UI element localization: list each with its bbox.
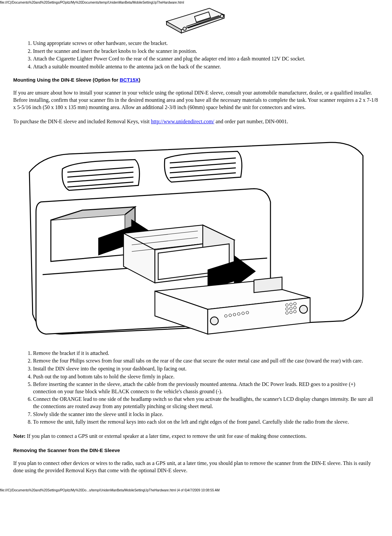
svg-point-27 — [300, 305, 307, 313]
list-item: Remove the four Philips screws from four… — [33, 357, 379, 365]
svg-point-32 — [286, 308, 288, 310]
svg-point-37 — [294, 310, 296, 313]
bct15x-link[interactable]: BCT15X — [120, 77, 139, 83]
svg-point-5 — [183, 27, 186, 30]
din-e-install-figure — [13, 133, 379, 346]
document-content: Using appropriate screws or other hardwa… — [0, 5, 392, 488]
note-label: Note: — [13, 433, 25, 439]
svg-point-29 — [286, 304, 288, 306]
paragraph-text-pre: To purchase the DIN-E sleeve and include… — [13, 119, 151, 124]
svg-point-38 — [225, 315, 227, 317]
list-item: Using appropriate screws or other hardwa… — [33, 39, 379, 47]
svg-point-40 — [233, 313, 236, 316]
paragraph-text-post: and order part number, DIN-0001. — [214, 119, 288, 124]
svg-point-31 — [294, 302, 296, 305]
list-item: Push out the top and bottom tabs to hold… — [33, 373, 379, 381]
removing-scanner-heading: Removing the Scanner from the DIN-E Slee… — [13, 447, 379, 453]
list-item: Remove the bracket if it is attached. — [33, 349, 379, 357]
removing-scanner-paragraph: If you plan to connect other devices or … — [13, 460, 379, 474]
svg-point-39 — [229, 314, 232, 317]
list-item: Insert the scanner and insert the bracke… — [33, 47, 379, 55]
bracket-mounting-steps: Using appropriate screws or other hardwa… — [13, 39, 379, 70]
list-item: Install the DIN sleeve into the opening … — [33, 365, 379, 373]
list-item: Attach the Cigarette Lighter Power Cord … — [33, 55, 379, 63]
footer-file-path: file:///C|/Documents%20and%20Settings/PO… — [0, 488, 392, 493]
svg-point-26 — [210, 317, 218, 325]
svg-point-42 — [242, 312, 244, 315]
list-item: To remove the unit, fully insert the rem… — [33, 418, 379, 426]
din-e-intro-paragraph: If you are unsure about how to install y… — [13, 89, 379, 111]
svg-point-35 — [286, 312, 288, 314]
din-e-purchase-paragraph: To purchase the DIN-E sleeve and include… — [13, 118, 379, 125]
svg-point-33 — [290, 307, 292, 310]
heading-text-pre: Mounting Using the DIN-E Sleeve (Option … — [13, 77, 120, 83]
list-item: Slowly slide the scanner into the sleeve… — [33, 410, 379, 418]
svg-point-34 — [294, 306, 296, 309]
header-file-path: file:///C|/Documents%20and%20Settings/PO… — [0, 0, 392, 5]
unidendirect-link[interactable]: http://www.unidendirect.com/ — [151, 119, 214, 124]
din-e-install-steps: Remove the bracket if it is attached. Re… — [13, 349, 379, 426]
note-text: If you plan to connect a GPS unit or ext… — [25, 433, 306, 439]
svg-rect-28 — [254, 277, 282, 292]
svg-point-36 — [290, 311, 292, 314]
list-item: Attach a suitable mounted mobile antenna… — [33, 63, 379, 71]
list-item: Connect the ORANGE lead to one side of t… — [33, 395, 379, 410]
gps-note: Note: If you plan to connect a GPS unit … — [13, 433, 379, 440]
list-item: Before inserting the scanner in the slee… — [33, 380, 379, 395]
svg-point-41 — [237, 313, 240, 315]
scanner-rear-figure — [13, 5, 379, 36]
svg-point-43 — [246, 311, 249, 314]
mounting-din-e-heading: Mounting Using the DIN-E Sleeve (Option … — [13, 77, 379, 83]
svg-point-6 — [220, 15, 224, 18]
heading-text-post: ) — [139, 77, 140, 83]
svg-point-30 — [290, 303, 292, 306]
